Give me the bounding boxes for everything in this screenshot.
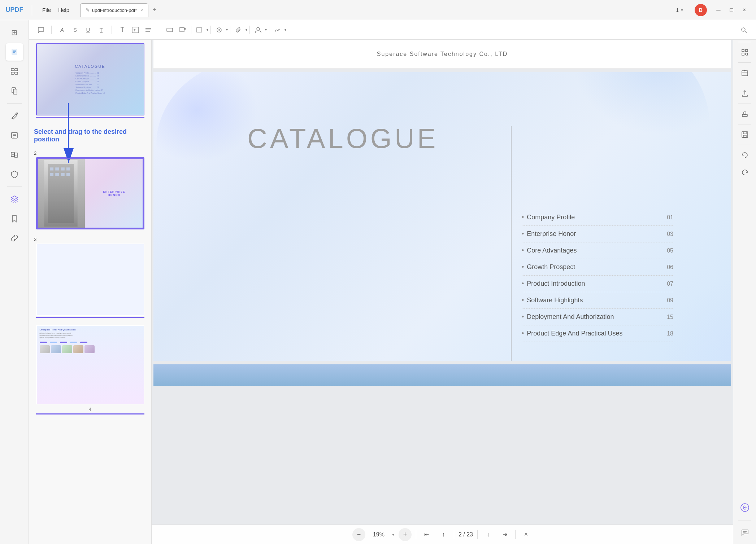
catalogue-item-num: 03 [667,231,673,237]
chat-right-icon[interactable] [737,525,753,540]
sidebar-bookmark-icon[interactable] [6,210,23,227]
nav-dropdown-icon[interactable]: ▾ [681,8,683,13]
last-page-button[interactable]: ⇥ [499,528,511,541]
zoom-sep-3 [477,530,478,539]
toolbar-sep-7 [249,26,250,34]
highlight-tool-button[interactable]: A [56,24,68,36]
catalogue-list-item: • Enterprise Honor 03 [522,226,673,242]
sidebar-convert-icon[interactable] [6,146,23,163]
signature-dropdown-icon[interactable]: ▾ [284,28,286,32]
sidebar-thumbnails-icon[interactable]: ⊞ [6,24,23,41]
toolbar-sep-6 [230,26,230,34]
extract-right-icon[interactable] [737,65,753,81]
catalogue-item-num: 09 [667,297,673,304]
catalogue-item-name: • Core Advantages [522,247,577,254]
zoom-out-button[interactable]: − [352,528,365,541]
thumbnail-2[interactable]: ENTERPRISEHONOR [36,157,144,229]
sidebar-link-icon[interactable] [6,229,23,247]
svg-point-40 [464,72,709,225]
svg-line-26 [745,31,747,33]
catalogue-item-name: • Software Highlights [522,297,583,304]
toolbar-sep-3 [159,26,159,34]
shape-dropdown-icon[interactable]: ▾ [207,28,208,32]
zoom-sep-2 [454,530,454,539]
svg-rect-18 [167,28,173,32]
scan-right-icon[interactable] [737,44,753,60]
tab-close-button[interactable]: × [140,8,143,12]
first-page-button[interactable]: ⇤ [421,528,433,541]
file-menu[interactable]: File [42,7,51,13]
annotation-tools: A S U T̲ [56,24,107,36]
stamp-right-icon[interactable] [737,106,753,122]
help-menu[interactable]: Help [58,7,69,13]
zoom-dropdown-icon[interactable]: ▾ [392,532,394,537]
svg-rect-19 [180,27,184,32]
eraser-tool-button[interactable] [164,24,176,36]
user-tool-button[interactable] [252,24,264,36]
user-avatar[interactable]: B [695,4,707,16]
thumb3-bg [37,244,144,315]
comment-tool-button[interactable] [35,24,47,36]
text-tool-button[interactable]: T [116,24,129,36]
catalogue-list-item: • Product Introduction 07 [522,276,673,292]
zoom-sep-4 [515,530,516,539]
fill-tool-button[interactable] [177,24,189,36]
sidebar-pages-icon[interactable] [6,82,23,100]
prev-page-button[interactable]: ↑ [437,528,449,541]
svg-rect-34 [55,173,59,176]
svg-point-23 [218,29,220,31]
sidebar-forms-icon[interactable] [6,127,23,144]
sidebar-protect-icon[interactable] [6,166,23,183]
thumb2-page-num: 2 [32,150,36,156]
search-tool-button[interactable] [738,24,750,36]
drawing-tools: ▾ ▾ ▾ ▾ ▾ [164,24,286,36]
catalogue-item-name: • Growth Prospect [522,263,575,271]
thumbnail-4[interactable]: Enterprise Honor And Qualification At Di… [36,325,144,404]
svg-rect-30 [55,167,59,170]
new-tab-button[interactable]: + [150,5,160,15]
shape-tool-button[interactable] [194,24,206,36]
thumbnail-panel: CATALOGUE Company Profile ..............… [29,40,152,544]
pen-tool-button[interactable] [213,24,225,36]
upload-right-icon[interactable] [737,85,753,101]
zoom-bar: − 19% ▾ + ⇤ ↑ 2 / 23 ↓ ⇥ × [152,525,733,544]
page-indicator: 2 / 23 [459,531,473,538]
catalogue-list-item: • Product Edge And Practical Uses 18 [522,325,673,342]
undo-right-icon[interactable] [737,147,753,163]
thumbnail-1[interactable]: CATALOGUE Company Profile ..............… [36,43,144,115]
close-window-button[interactable]: × [739,4,750,16]
catalogue-item-num: 06 [667,264,673,271]
save-right-icon[interactable] [737,127,753,142]
underline2-tool-button[interactable]: T̲ [95,24,107,36]
thumb4-text: At DigitalSoftware Corp., integrity is f… [40,332,141,339]
signature-tool-button[interactable] [271,24,284,36]
list-tool-button[interactable] [142,24,155,36]
ai-right-icon[interactable] [737,500,753,516]
active-tab[interactable]: ✎ updf-introduction-pdf* × [80,3,148,17]
sidebar-edit-icon[interactable] [6,107,23,124]
sidebar-organize-icon[interactable] [6,63,23,80]
minimize-button[interactable]: ─ [713,4,724,16]
attach-tool-button[interactable] [233,24,245,36]
next-page-button[interactable]: ↓ [482,528,494,541]
maximize-button[interactable]: □ [726,4,737,16]
user-dropdown-icon[interactable]: ▾ [265,28,267,32]
catalogue-item-num: 15 [667,314,673,320]
close-zoom-bar-button[interactable]: × [520,528,532,541]
attach-dropdown-icon[interactable]: ▾ [246,28,247,32]
drag-text: Select and drag to the desired position [34,128,127,143]
textbox-tool-button[interactable]: T [129,24,142,36]
zoom-in-button[interactable]: + [399,528,412,541]
redo-right-icon[interactable] [737,164,753,180]
underline-tool-button[interactable]: U [82,24,94,36]
sidebar-annotate-icon[interactable] [6,43,23,61]
sidebar-layers-icon[interactable] [6,190,23,208]
thumbnail-item-2: 2 [32,150,148,229]
thumbnail-3[interactable] [36,244,144,316]
strikethrough-tool-button[interactable]: S [69,24,81,36]
pen-dropdown-icon[interactable]: ▾ [226,28,228,32]
catalogue-item-num: 18 [667,330,673,337]
bullet-icon: • [522,230,524,238]
toolbar-sep-1 [51,26,52,34]
svg-rect-21 [197,28,202,32]
